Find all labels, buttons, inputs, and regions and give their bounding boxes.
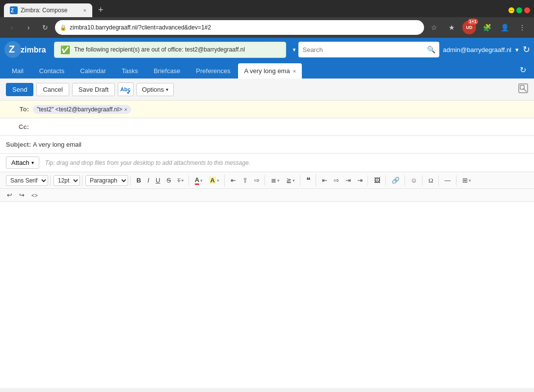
strikethrough-button[interactable]: S — [163, 175, 174, 185]
search-area: ▼ 🔍 — [292, 42, 439, 57]
tab-preferences[interactable]: Preferences — [188, 63, 238, 78]
minimize-button[interactable]: — — [508, 7, 514, 13]
bullet-list-button[interactable]: ≣▾ — [268, 175, 283, 185]
send-button[interactable]: Send — [6, 83, 33, 96]
address-bar[interactable]: 🔒 zimbra10.barrydegraaff.nl/?client=adva… — [55, 20, 424, 35]
align-justify-button[interactable]: ⇨ — [331, 175, 342, 185]
lock-icon: 🔒 — [60, 25, 67, 31]
font-color-button[interactable]: A ▾ — [192, 175, 206, 186]
indent-decrease-button[interactable]: ⇤ — [319, 175, 330, 185]
tab-close-btn[interactable]: × — [83, 7, 86, 13]
maximize-button[interactable] — [516, 7, 522, 13]
format-toolbar: Sans Serif 12pt Paragraph B I U S — [0, 172, 534, 189]
extensions-icon[interactable]: 🧩 — [480, 21, 494, 34]
zimbra-app: Z zimbra ✅ The following recipient(s) ar… — [0, 38, 534, 388]
notification-bar: ✅ The following recipient(s) are out of … — [54, 42, 286, 58]
user-name[interactable]: admin@barrydegraaff.nl — [443, 46, 511, 53]
back-button[interactable]: ‹ — [5, 21, 19, 34]
subject-input[interactable] — [33, 141, 528, 148]
header-refresh-icon[interactable]: ↻ — [516, 61, 530, 78]
emoji-button[interactable]: ☺ — [408, 175, 420, 185]
search-input[interactable] — [302, 46, 425, 53]
remove-format-button[interactable]: Tx — [174, 176, 187, 185]
align-left-button[interactable]: ⇤ — [228, 175, 239, 185]
special-chars-button[interactable]: Ω — [426, 175, 436, 186]
search-button[interactable]: 🔍 — [427, 46, 435, 53]
indent-increase-button[interactable]: ⇥ — [343, 175, 354, 185]
compose-tab-close[interactable]: × — [293, 68, 296, 74]
font-color-group: A ▾ A ▾ — [190, 175, 225, 186]
insert-link-button[interactable]: 🔗 — [389, 175, 402, 185]
to-input[interactable] — [133, 105, 528, 113]
browser-tab-active[interactable]: Z Zimbra: Compose × — [4, 3, 92, 17]
tab-title: Zimbra: Compose — [21, 7, 67, 14]
notification-check-icon: ✅ — [60, 45, 70, 54]
spell-check-button[interactable]: Abc — [118, 82, 134, 96]
compose-tab-label: A very long ema — [244, 67, 290, 75]
svg-text:Z: Z — [11, 8, 14, 13]
svg-text:zimbra: zimbra — [21, 46, 46, 54]
save-draft-button[interactable]: Save Draft — [72, 83, 115, 96]
emoji-group: ☺ — [406, 175, 423, 185]
tab-compose[interactable]: A very long ema × — [238, 63, 302, 78]
attach-button[interactable]: Attach ▾ — [6, 157, 39, 169]
font-highlight-button[interactable]: A ▾ — [206, 175, 222, 185]
subject-field: Subject: — [0, 136, 534, 154]
indent-more-button[interactable]: ⇥ — [354, 175, 366, 185]
tab-mail[interactable]: Mail — [4, 63, 31, 78]
editor-area[interactable] — [0, 202, 534, 388]
browser-right-buttons: ☆ ★ UD 1+1 🧩 👤 ⋮ — [427, 21, 529, 34]
header-right: admin@barrydegraaff.nl ▾ ↻ — [443, 44, 530, 55]
tab-calendar[interactable]: Calendar — [72, 63, 114, 78]
search-dropdown-arrow[interactable]: ▼ — [292, 47, 297, 52]
insert-link-group: 🔗 — [387, 175, 405, 185]
undo-button[interactable]: ↩ — [4, 190, 15, 200]
align-right-button[interactable]: ⇨ — [251, 175, 263, 185]
number-list-button[interactable]: ≧▾ — [283, 175, 298, 185]
address-text: zimbra10.barrydegraaff.nl/?client=advanc… — [70, 24, 419, 31]
user-profile-icon[interactable]: 👤 — [498, 21, 511, 34]
menu-icon[interactable]: ⋮ — [515, 21, 529, 34]
compose-container: Send Cancel Save Draft Abc Options ▾ — [0, 78, 534, 388]
special-chars-group: Ω — [424, 175, 439, 186]
tab-briefcase[interactable]: Briefcase — [146, 63, 188, 78]
expand-compose-button[interactable] — [518, 83, 528, 95]
app-refresh-button[interactable]: ↻ — [523, 44, 530, 55]
cc-input[interactable] — [33, 123, 528, 131]
paragraph-group: Paragraph — [83, 175, 131, 186]
refresh-button[interactable]: ↻ — [38, 21, 52, 34]
horizontal-rule-button[interactable]: — — [442, 175, 454, 185]
profile-badge[interactable]: UD 1+1 — [462, 21, 476, 34]
font-size-group: 12pt — [52, 175, 82, 186]
notification-count: 1+1 — [468, 19, 478, 25]
forward-button[interactable]: › — [22, 21, 35, 34]
cancel-button[interactable]: Cancel — [36, 83, 69, 96]
italic-button[interactable]: I — [144, 175, 152, 185]
source-button[interactable]: <> — [28, 191, 41, 200]
recipient-remove-button[interactable]: × — [124, 106, 127, 112]
tab-contacts[interactable]: Contacts — [31, 63, 72, 78]
zimbra-logo-svg: Z zimbra — [4, 41, 48, 58]
close-button[interactable] — [524, 7, 530, 13]
star-icon[interactable]: ★ — [445, 21, 458, 34]
user-dropdown-icon[interactable]: ▾ — [515, 46, 519, 53]
to-label: To: — [6, 105, 33, 113]
font-size-select[interactable]: 12pt — [53, 175, 80, 186]
insert-image-button[interactable]: 🖼 — [371, 175, 383, 185]
align-center-button[interactable]: ⇧ — [240, 175, 251, 185]
underline-button[interactable]: U — [153, 175, 163, 185]
recipient-tag: "test2" <test2@barrydegraaff.nl> × — [33, 105, 131, 114]
blockquote-button[interactable]: ❝ — [303, 174, 314, 186]
options-button[interactable]: Options ▾ — [136, 83, 174, 96]
browser-address-bar-row: ‹ › ↻ 🔒 zimbra10.barrydegraaff.nl/?clien… — [0, 17, 534, 38]
redo-button[interactable]: ↪ — [16, 190, 27, 200]
expand-icon — [518, 83, 528, 93]
new-tab-button[interactable]: + — [94, 3, 107, 17]
bookmarks-icon[interactable]: ☆ — [427, 21, 441, 34]
bold-button[interactable]: B — [134, 175, 144, 185]
font-family-select[interactable]: Sans Serif — [6, 175, 48, 186]
insert-table-button[interactable]: ⊞▾ — [459, 175, 474, 185]
cc-field-content — [33, 123, 528, 131]
paragraph-select[interactable]: Paragraph — [85, 175, 128, 186]
tab-tasks[interactable]: Tasks — [114, 63, 146, 78]
